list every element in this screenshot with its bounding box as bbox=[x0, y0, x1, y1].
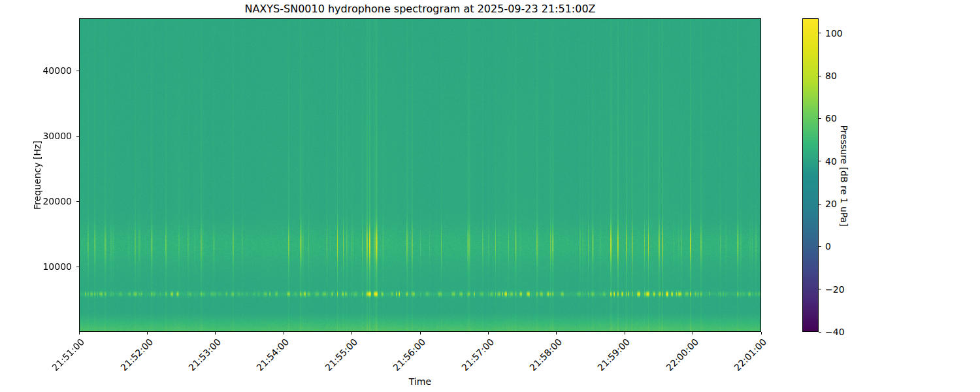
colorbar-tick-mark bbox=[819, 161, 821, 161]
colorbar-tick-label: 80 bbox=[825, 70, 837, 82]
colorbar-label: Pressure [dB re 1 uPa] bbox=[839, 125, 849, 226]
colorbar-tick-mark bbox=[819, 118, 821, 119]
y-tick-label: 10000 bbox=[20, 261, 72, 272]
colorbar-tick-label: 60 bbox=[825, 112, 837, 124]
x-tick-mark bbox=[488, 332, 489, 335]
x-tick-mark bbox=[147, 332, 148, 335]
x-tick-label: 21:56:00 bbox=[391, 336, 428, 373]
x-tick-mark bbox=[556, 332, 557, 335]
colorbar-tick-label: 0 bbox=[825, 240, 831, 252]
colorbar bbox=[802, 18, 819, 332]
spectrogram-figure: NAXYS-SN0010 hydrophone spectrogram at 2… bbox=[0, 0, 980, 392]
y-tick-label: 40000 bbox=[20, 65, 72, 76]
x-tick-mark bbox=[420, 332, 421, 335]
y-tick-label: 20000 bbox=[20, 195, 72, 207]
x-tick-label: 22:00:00 bbox=[664, 336, 700, 373]
colorbar-tick-label: −20 bbox=[825, 284, 845, 295]
colorbar-tick-mark bbox=[819, 246, 821, 247]
y-axis-label: Frequency [Hz] bbox=[32, 140, 42, 210]
colorbar-tick-label: 40 bbox=[825, 155, 837, 167]
colorbar-tick-label: 20 bbox=[825, 198, 837, 210]
y-tick-mark bbox=[76, 201, 79, 202]
y-tick-mark bbox=[76, 267, 79, 267]
colorbar-tick-mark bbox=[819, 33, 821, 33]
colorbar-tick-mark bbox=[819, 76, 821, 76]
x-tick-label: 21:52:00 bbox=[118, 336, 155, 373]
x-tick-mark bbox=[284, 332, 284, 335]
colorbar-tick-label: 100 bbox=[825, 27, 843, 39]
x-tick-label: 21:57:00 bbox=[459, 336, 496, 373]
x-tick-label: 22:01:00 bbox=[732, 336, 769, 373]
x-tick-mark bbox=[79, 332, 80, 335]
colorbar-tick-mark bbox=[819, 289, 821, 289]
x-axis-label: Time bbox=[79, 376, 761, 387]
x-tick-label: 21:59:00 bbox=[596, 336, 632, 373]
y-tick-mark bbox=[76, 71, 79, 71]
x-tick-mark bbox=[625, 332, 625, 335]
x-tick-mark bbox=[693, 332, 693, 335]
colorbar-tick-mark bbox=[819, 204, 821, 204]
x-tick-label: 21:58:00 bbox=[527, 336, 564, 373]
x-tick-label: 21:53:00 bbox=[186, 336, 223, 373]
plot-area bbox=[79, 18, 761, 332]
x-tick-label: 21:54:00 bbox=[255, 336, 291, 373]
x-tick-mark bbox=[351, 332, 352, 335]
x-tick-label: 21:51:00 bbox=[50, 336, 87, 373]
colorbar-tick-label: −40 bbox=[825, 326, 845, 338]
spectrogram-image bbox=[79, 18, 761, 332]
plot-title: NAXYS-SN0010 hydrophone spectrogram at 2… bbox=[79, 3, 761, 16]
x-tick-mark bbox=[761, 332, 762, 335]
colorbar-gradient bbox=[802, 18, 819, 332]
x-tick-mark bbox=[215, 332, 216, 335]
colorbar-tick-mark bbox=[819, 332, 821, 333]
x-tick-label: 21:55:00 bbox=[323, 336, 359, 373]
y-tick-mark bbox=[76, 136, 79, 137]
y-tick-label: 30000 bbox=[20, 130, 72, 142]
